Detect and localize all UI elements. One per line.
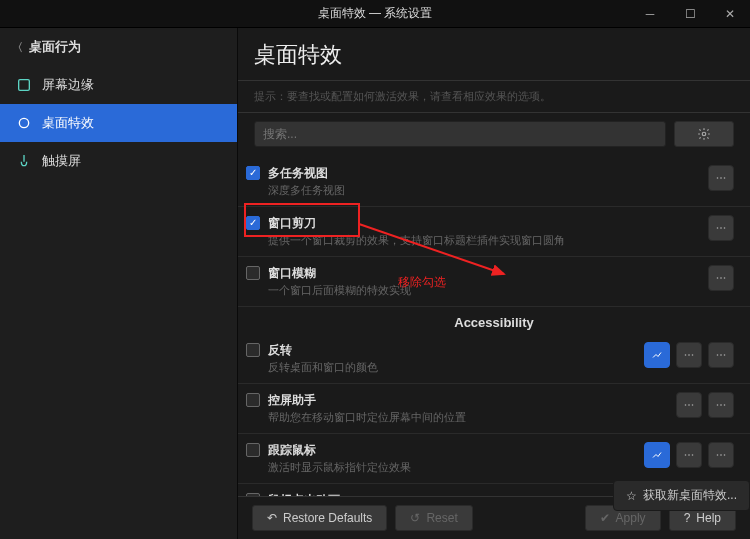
- svg-point-5: [724, 178, 725, 179]
- svg-point-12: [689, 355, 690, 356]
- help-icon: ?: [684, 511, 691, 525]
- row-action-button[interactable]: [676, 442, 702, 468]
- svg-point-26: [692, 455, 693, 456]
- effect-row: 多任务视图 深度多任务视图: [238, 157, 750, 207]
- svg-point-15: [721, 355, 722, 356]
- chevron-left-icon: 〈: [12, 40, 23, 55]
- svg-point-8: [724, 228, 725, 229]
- window-title: 桌面特效 — 系统设置: [318, 5, 433, 22]
- svg-point-29: [724, 455, 725, 456]
- row-action-button[interactable]: [708, 265, 734, 291]
- sidebar-item-screen-edges[interactable]: 屏幕边缘: [0, 66, 237, 104]
- search-input[interactable]: [254, 121, 666, 147]
- reset-icon: ↺: [410, 511, 420, 525]
- row-action-button[interactable]: [708, 442, 734, 468]
- get-new-effects-button[interactable]: ☆ 获取新桌面特效...: [613, 480, 750, 511]
- effect-title: 跟踪鼠标: [268, 442, 644, 458]
- svg-point-10: [717, 278, 718, 279]
- svg-point-4: [717, 178, 718, 179]
- effect-description: 提供一个窗口裁剪的效果，支持窗口标题栏插件实现窗口圆角: [268, 233, 708, 248]
- effect-checkbox[interactable]: [246, 216, 260, 230]
- row-action-button[interactable]: [644, 342, 670, 368]
- effect-checkbox[interactable]: [246, 266, 260, 280]
- section-header-accessibility: Accessibility: [238, 307, 750, 334]
- effect-checkbox[interactable]: [246, 343, 260, 357]
- svg-point-19: [685, 405, 686, 406]
- sidebar-item-label: 桌面特效: [42, 114, 94, 132]
- sidebar-item-touchscreen[interactable]: 触摸屏: [0, 142, 237, 180]
- check-icon: ✔: [600, 511, 610, 525]
- row-action-button[interactable]: [644, 442, 670, 468]
- effect-title: 控屏助手: [268, 392, 676, 408]
- restore-defaults-button[interactable]: ↶ Restore Defaults: [252, 505, 387, 531]
- effect-description: 深度多任务视图: [268, 183, 708, 198]
- close-button[interactable]: ✕: [710, 0, 750, 28]
- effect-title: 反转: [268, 342, 644, 358]
- row-action-button[interactable]: [708, 392, 734, 418]
- effects-list: 多任务视图 深度多任务视图 窗口剪刀 提供一个窗口裁剪的效果，支持窗口标题栏插件…: [238, 157, 750, 496]
- reset-button[interactable]: ↺ Reset: [395, 505, 472, 531]
- svg-point-24: [689, 455, 690, 456]
- svg-point-13: [685, 355, 686, 356]
- effect-row: 跟踪鼠标 激活时显示鼠标指针定位效果: [238, 434, 750, 484]
- window-titlebar: 桌面特效 — 系统设置 ─ ☐ ✕: [0, 0, 750, 28]
- effect-row: 窗口模糊 一个窗口后面模糊的特效实现: [238, 257, 750, 307]
- effect-description: 一个窗口后面模糊的特效实现: [268, 283, 708, 298]
- svg-point-25: [685, 455, 686, 456]
- svg-point-11: [724, 278, 725, 279]
- svg-point-2: [702, 132, 706, 136]
- row-action-button[interactable]: [676, 342, 702, 368]
- svg-point-3: [721, 178, 722, 179]
- svg-point-7: [717, 228, 718, 229]
- get-new-effects-label: 获取新桌面特效...: [643, 487, 737, 504]
- svg-point-6: [721, 228, 722, 229]
- row-action-button[interactable]: [708, 342, 734, 368]
- star-icon: ☆: [626, 489, 637, 503]
- svg-point-18: [689, 405, 690, 406]
- sidebar-item-desktop-effects[interactable]: 桌面特效: [0, 104, 237, 142]
- screen-edge-icon: [16, 77, 32, 93]
- page-title: 桌面特效: [254, 40, 734, 70]
- settings-button[interactable]: [674, 121, 734, 147]
- svg-point-16: [717, 355, 718, 356]
- svg-point-17: [724, 355, 725, 356]
- effect-description: 激活时显示鼠标指针定位效果: [268, 460, 644, 475]
- effect-checkbox[interactable]: [246, 493, 260, 496]
- sidebar-section-header[interactable]: 〈 桌面行为: [0, 28, 237, 66]
- effect-title: 窗口模糊: [268, 265, 708, 281]
- effect-checkbox[interactable]: [246, 443, 260, 457]
- svg-point-14: [692, 355, 693, 356]
- svg-rect-0: [19, 80, 30, 91]
- effects-icon: [16, 115, 32, 131]
- sidebar-section-title: 桌面行为: [29, 38, 81, 56]
- svg-point-23: [724, 405, 725, 406]
- effect-description: 帮助您在移动窗口时定位屏幕中间的位置: [268, 410, 676, 425]
- main-panel: 桌面特效 提示：要查找或配置如何激活效果，请查看相应效果的选项。 多任务视图 深…: [238, 28, 750, 539]
- effect-description: 反转桌面和窗口的颜色: [268, 360, 644, 375]
- minimize-button[interactable]: ─: [630, 0, 670, 28]
- svg-point-22: [717, 405, 718, 406]
- effect-checkbox[interactable]: [246, 166, 260, 180]
- effect-checkbox[interactable]: [246, 393, 260, 407]
- sidebar-item-label: 触摸屏: [42, 152, 81, 170]
- effect-row: 反转 反转桌面和窗口的颜色: [238, 334, 750, 384]
- svg-point-20: [692, 405, 693, 406]
- effect-title: 多任务视图: [268, 165, 708, 181]
- row-action-button[interactable]: [708, 165, 734, 191]
- svg-point-9: [721, 278, 722, 279]
- touch-icon: [16, 153, 32, 169]
- row-action-button[interactable]: [676, 392, 702, 418]
- gear-icon: [697, 127, 711, 141]
- sidebar: 〈 桌面行为 屏幕边缘 桌面特效 触摸屏: [0, 28, 238, 539]
- row-action-button[interactable]: [708, 215, 734, 241]
- effect-title: 窗口剪刀: [268, 215, 708, 231]
- svg-point-21: [721, 405, 722, 406]
- undo-icon: ↶: [267, 511, 277, 525]
- svg-point-1: [19, 118, 28, 127]
- sidebar-item-label: 屏幕边缘: [42, 76, 94, 94]
- svg-point-28: [717, 455, 718, 456]
- effect-row: 窗口剪刀 提供一个窗口裁剪的效果，支持窗口标题栏插件实现窗口圆角: [238, 207, 750, 257]
- svg-point-27: [721, 455, 722, 456]
- effect-row: 控屏助手 帮助您在移动窗口时定位屏幕中间的位置: [238, 384, 750, 434]
- maximize-button[interactable]: ☐: [670, 0, 710, 28]
